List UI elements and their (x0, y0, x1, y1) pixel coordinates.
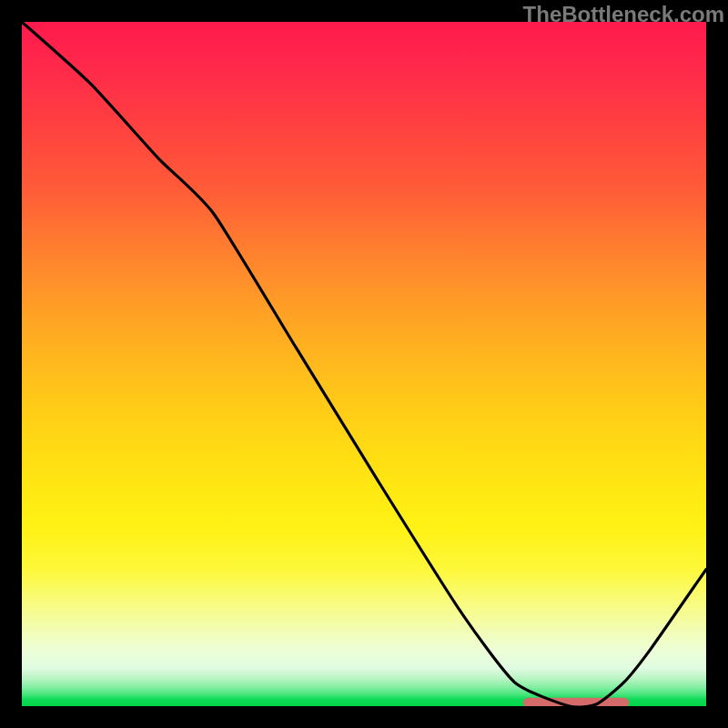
chart-container: TheBottleneck.com (0, 0, 728, 728)
watermark-text: TheBottleneck.com (523, 2, 724, 27)
gradient-background (22, 22, 706, 706)
plot-area (22, 22, 706, 706)
